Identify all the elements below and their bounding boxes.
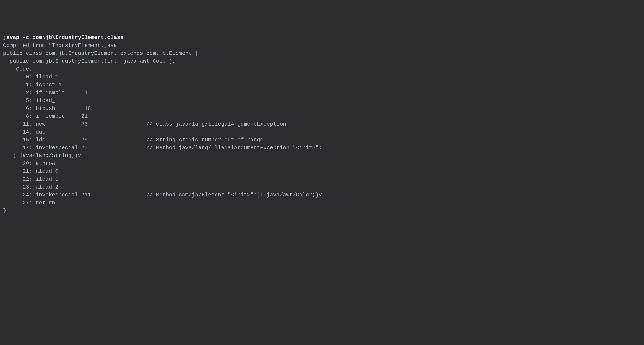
terminal-output[interactable]: javap -c com\jb\IndustryElement.class Co… — [3, 34, 641, 215]
output-block: Compiled from "IndustryElement.java" pub… — [3, 43, 322, 214]
command-line: javap -c com\jb\IndustryElement.class — [3, 35, 124, 41]
